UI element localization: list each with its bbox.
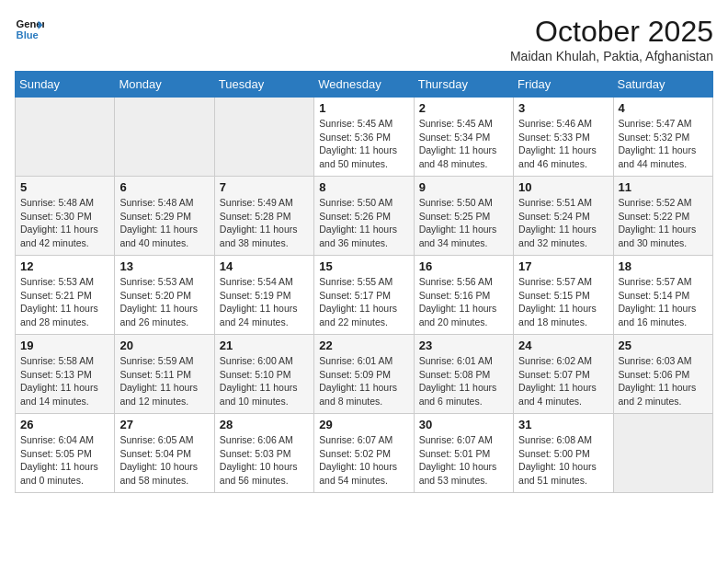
day-number: 26: [20, 418, 109, 431]
page-header: General Blue October 2025 Maidan Khulah,…: [15, 15, 713, 63]
calendar-table: SundayMondayTuesdayWednesdayThursdayFrid…: [15, 71, 713, 493]
day-info: Sunrise: 5:47 AMSunset: 5:32 PMDaylight:…: [619, 117, 708, 171]
calendar-subtitle: Maidan Khulah, Paktia, Afghanistan: [510, 49, 713, 63]
day-number: 20: [119, 339, 209, 352]
calendar-cell: 23Sunrise: 6:01 AMSunset: 5:08 PMDayligh…: [414, 335, 513, 414]
weekday-header-monday: Monday: [115, 72, 214, 98]
day-number: 2: [419, 101, 508, 115]
calendar-cell: 24Sunrise: 6:02 AMSunset: 5:07 PMDayligh…: [514, 335, 613, 414]
day-info: Sunrise: 6:07 AMSunset: 5:02 PMDaylight:…: [319, 433, 408, 488]
calendar-week-2: 5Sunrise: 5:48 AMSunset: 5:30 PMDaylight…: [16, 177, 713, 256]
calendar-cell: 31Sunrise: 6:08 AMSunset: 5:00 PMDayligh…: [514, 414, 613, 493]
day-number: 5: [20, 180, 109, 194]
calendar-week-4: 19Sunrise: 5:58 AMSunset: 5:13 PMDayligh…: [16, 335, 713, 414]
day-info: Sunrise: 5:59 AMSunset: 5:11 PMDaylight:…: [119, 354, 209, 408]
day-number: 16: [419, 259, 508, 273]
calendar-cell: 1Sunrise: 5:45 AMSunset: 5:36 PMDaylight…: [314, 98, 414, 177]
weekday-header-friday: Friday: [514, 72, 613, 98]
day-info: Sunrise: 5:52 AMSunset: 5:22 PMDaylight:…: [619, 196, 708, 250]
calendar-week-5: 26Sunrise: 6:04 AMSunset: 5:05 PMDayligh…: [16, 414, 713, 493]
calendar-cell: 13Sunrise: 5:53 AMSunset: 5:20 PMDayligh…: [115, 256, 214, 335]
calendar-cell: 29Sunrise: 6:07 AMSunset: 5:02 PMDayligh…: [314, 414, 414, 493]
day-info: Sunrise: 6:08 AMSunset: 5:00 PMDaylight:…: [518, 433, 608, 488]
day-number: 25: [619, 339, 708, 352]
day-info: Sunrise: 6:04 AMSunset: 5:05 PMDaylight:…: [20, 433, 109, 488]
day-number: 28: [220, 418, 309, 431]
calendar-cell: 9Sunrise: 5:50 AMSunset: 5:25 PMDaylight…: [414, 177, 513, 256]
day-info: Sunrise: 6:02 AMSunset: 5:07 PMDaylight:…: [518, 354, 608, 408]
day-number: 9: [419, 180, 508, 194]
day-number: 31: [518, 418, 608, 431]
calendar-cell: 4Sunrise: 5:47 AMSunset: 5:32 PMDaylight…: [613, 98, 712, 177]
day-info: Sunrise: 5:57 AMSunset: 5:14 PMDaylight:…: [619, 275, 708, 329]
calendar-cell: 21Sunrise: 6:00 AMSunset: 5:10 PMDayligh…: [214, 335, 313, 414]
weekday-header-wednesday: Wednesday: [314, 72, 414, 98]
day-number: 10: [518, 180, 608, 194]
calendar-cell: 3Sunrise: 5:46 AMSunset: 5:33 PMDaylight…: [514, 98, 613, 177]
day-info: Sunrise: 5:55 AMSunset: 5:17 PMDaylight:…: [319, 275, 408, 329]
day-info: Sunrise: 5:54 AMSunset: 5:19 PMDaylight:…: [220, 275, 309, 329]
day-number: 6: [119, 180, 209, 194]
day-number: 23: [419, 339, 508, 352]
calendar-cell: 27Sunrise: 6:05 AMSunset: 5:04 PMDayligh…: [115, 414, 214, 493]
day-info: Sunrise: 5:45 AMSunset: 5:34 PMDaylight:…: [419, 117, 508, 171]
day-info: Sunrise: 5:58 AMSunset: 5:13 PMDaylight:…: [20, 354, 109, 408]
weekday-header-tuesday: Tuesday: [214, 72, 313, 98]
day-number: 29: [319, 418, 408, 431]
calendar-cell: 17Sunrise: 5:57 AMSunset: 5:15 PMDayligh…: [514, 256, 613, 335]
calendar-cell: 11Sunrise: 5:52 AMSunset: 5:22 PMDayligh…: [613, 177, 712, 256]
calendar-cell: [115, 98, 214, 177]
calendar-week-3: 12Sunrise: 5:53 AMSunset: 5:21 PMDayligh…: [16, 256, 713, 335]
calendar-cell: 2Sunrise: 5:45 AMSunset: 5:34 PMDaylight…: [414, 98, 513, 177]
weekday-header-row: SundayMondayTuesdayWednesdayThursdayFrid…: [16, 72, 713, 98]
calendar-cell: 16Sunrise: 5:56 AMSunset: 5:16 PMDayligh…: [414, 256, 513, 335]
day-info: Sunrise: 6:07 AMSunset: 5:01 PMDaylight:…: [419, 433, 508, 488]
day-info: Sunrise: 6:03 AMSunset: 5:06 PMDaylight:…: [619, 354, 708, 408]
calendar-cell: 10Sunrise: 5:51 AMSunset: 5:24 PMDayligh…: [514, 177, 613, 256]
day-number: 15: [319, 259, 408, 273]
calendar-cell: [613, 414, 712, 493]
calendar-cell: 14Sunrise: 5:54 AMSunset: 5:19 PMDayligh…: [214, 256, 313, 335]
weekday-header-thursday: Thursday: [414, 72, 513, 98]
day-number: 7: [220, 180, 309, 194]
calendar-cell: 20Sunrise: 5:59 AMSunset: 5:11 PMDayligh…: [115, 335, 214, 414]
day-info: Sunrise: 5:53 AMSunset: 5:20 PMDaylight:…: [119, 275, 209, 329]
day-info: Sunrise: 5:51 AMSunset: 5:24 PMDaylight:…: [518, 196, 608, 250]
day-number: 13: [119, 259, 209, 273]
day-number: 14: [220, 259, 309, 273]
day-info: Sunrise: 5:48 AMSunset: 5:30 PMDaylight:…: [20, 196, 109, 250]
day-number: 21: [220, 339, 309, 352]
calendar-week-1: 1Sunrise: 5:45 AMSunset: 5:36 PMDaylight…: [16, 98, 713, 177]
day-info: Sunrise: 5:53 AMSunset: 5:21 PMDaylight:…: [20, 275, 109, 329]
day-number: 11: [619, 180, 708, 194]
day-number: 12: [20, 259, 109, 273]
calendar-cell: 22Sunrise: 6:01 AMSunset: 5:09 PMDayligh…: [314, 335, 414, 414]
day-number: 30: [419, 418, 508, 431]
weekday-header-sunday: Sunday: [16, 72, 115, 98]
day-info: Sunrise: 5:57 AMSunset: 5:15 PMDaylight:…: [518, 275, 608, 329]
day-number: 3: [518, 101, 608, 115]
day-number: 27: [119, 418, 209, 431]
calendar-cell: 12Sunrise: 5:53 AMSunset: 5:21 PMDayligh…: [16, 256, 115, 335]
logo-icon: General Blue: [15, 15, 44, 44]
calendar-cell: 8Sunrise: 5:50 AMSunset: 5:26 PMDaylight…: [314, 177, 414, 256]
calendar-cell: 18Sunrise: 5:57 AMSunset: 5:14 PMDayligh…: [613, 256, 712, 335]
calendar-cell: 19Sunrise: 5:58 AMSunset: 5:13 PMDayligh…: [16, 335, 115, 414]
day-info: Sunrise: 6:01 AMSunset: 5:08 PMDaylight:…: [419, 354, 508, 408]
day-info: Sunrise: 6:06 AMSunset: 5:03 PMDaylight:…: [220, 433, 309, 488]
day-info: Sunrise: 5:49 AMSunset: 5:28 PMDaylight:…: [220, 196, 309, 250]
day-number: 4: [619, 101, 708, 115]
day-number: 24: [518, 339, 608, 352]
calendar-cell: 28Sunrise: 6:06 AMSunset: 5:03 PMDayligh…: [214, 414, 313, 493]
logo: General Blue: [15, 15, 44, 44]
title-block: October 2025 Maidan Khulah, Paktia, Afgh…: [510, 15, 713, 63]
day-number: 1: [319, 101, 408, 115]
calendar-cell: [16, 98, 115, 177]
day-number: 22: [319, 339, 408, 352]
calendar-cell: [214, 98, 313, 177]
day-info: Sunrise: 5:46 AMSunset: 5:33 PMDaylight:…: [518, 117, 608, 171]
calendar-cell: 6Sunrise: 5:48 AMSunset: 5:29 PMDaylight…: [115, 177, 214, 256]
day-number: 17: [518, 259, 608, 273]
day-info: Sunrise: 5:50 AMSunset: 5:25 PMDaylight:…: [419, 196, 508, 250]
day-info: Sunrise: 5:50 AMSunset: 5:26 PMDaylight:…: [319, 196, 408, 250]
